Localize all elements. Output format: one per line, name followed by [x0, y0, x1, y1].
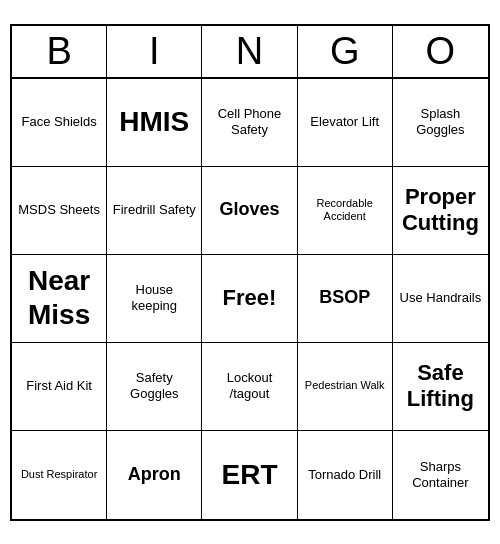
bingo-cell-0: Face Shields [12, 79, 107, 167]
bingo-cell-23: Tornado Drill [298, 431, 393, 519]
bingo-cell-14: Use Handrails [393, 255, 488, 343]
bingo-cell-8: Recordable Accident [298, 167, 393, 255]
bingo-cell-24: Sharps Container [393, 431, 488, 519]
bingo-cell-4: Splash Goggles [393, 79, 488, 167]
bingo-header: BINGO [12, 26, 488, 79]
bingo-cell-22: ERT [202, 431, 297, 519]
bingo-cell-5: MSDS Sheets [12, 167, 107, 255]
bingo-cell-21: Apron [107, 431, 202, 519]
bingo-cell-19: Safe Lifting [393, 343, 488, 431]
bingo-cell-20: Dust Respirator [12, 431, 107, 519]
header-letter-i: I [107, 26, 202, 77]
bingo-cell-15: First Aid Kit [12, 343, 107, 431]
bingo-cell-16: Safety Goggles [107, 343, 202, 431]
bingo-cell-11: House keeping [107, 255, 202, 343]
bingo-cell-12: Free! [202, 255, 297, 343]
header-letter-n: N [202, 26, 297, 77]
bingo-cell-13: BSOP [298, 255, 393, 343]
bingo-cell-1: HMIS [107, 79, 202, 167]
bingo-cell-9: Proper Cutting [393, 167, 488, 255]
bingo-cell-6: Firedrill Safety [107, 167, 202, 255]
bingo-card: BINGO Face ShieldsHMISCell Phone SafetyE… [10, 24, 490, 521]
bingo-cell-17: Lockout /tagout [202, 343, 297, 431]
bingo-cell-10: Near Miss [12, 255, 107, 343]
header-letter-g: G [298, 26, 393, 77]
bingo-cell-2: Cell Phone Safety [202, 79, 297, 167]
bingo-cell-3: Elevator Lift [298, 79, 393, 167]
bingo-grid: Face ShieldsHMISCell Phone SafetyElevato… [12, 79, 488, 519]
bingo-cell-18: Pedestrian Walk [298, 343, 393, 431]
header-letter-o: O [393, 26, 488, 77]
header-letter-b: B [12, 26, 107, 77]
bingo-cell-7: Gloves [202, 167, 297, 255]
